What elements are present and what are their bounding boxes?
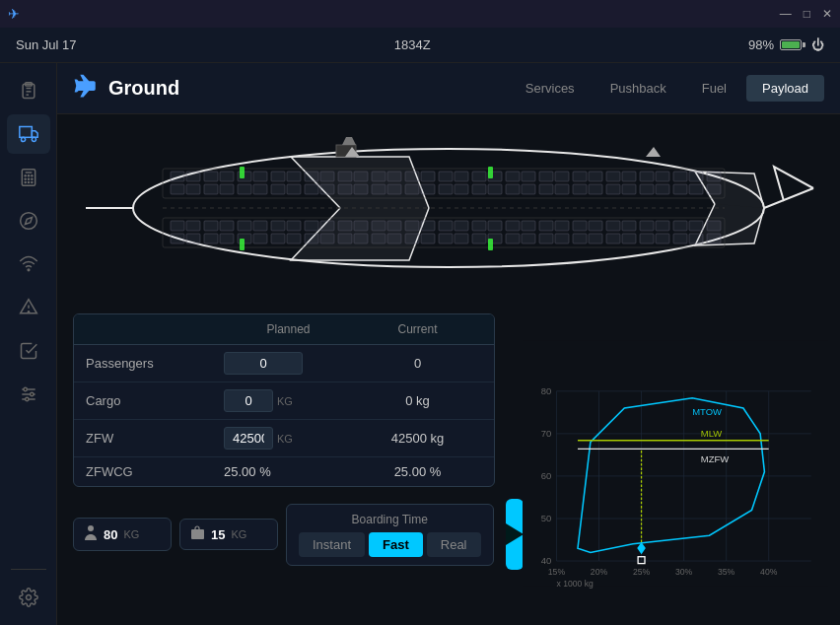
sidebar-item-clipboard[interactable] xyxy=(7,71,50,110)
svg-rect-94 xyxy=(622,184,636,194)
close-button[interactable]: ✕ xyxy=(822,7,832,21)
svg-rect-101 xyxy=(186,221,200,231)
svg-rect-121 xyxy=(522,221,535,231)
svg-rect-106 xyxy=(271,221,285,231)
svg-rect-118 xyxy=(472,221,486,231)
sidebar-item-truck[interactable] xyxy=(7,114,50,154)
svg-rect-89 xyxy=(539,184,553,194)
sidebar-item-checklist[interactable] xyxy=(7,331,50,371)
svg-rect-39 xyxy=(253,172,267,181)
svg-rect-160 xyxy=(622,234,636,243)
cargo-weight-info: 15 KG xyxy=(179,519,278,550)
sidebar-item-warning[interactable] xyxy=(7,288,50,327)
power-icon[interactable]: ⏻ xyxy=(811,37,824,52)
svg-text:x 1000 kg: x 1000 kg xyxy=(556,579,594,589)
svg-rect-79 xyxy=(372,184,385,194)
svg-rect-164 xyxy=(689,234,703,243)
boarding-fast-btn[interactable]: Fast xyxy=(369,532,423,557)
svg-rect-42 xyxy=(305,172,318,181)
payload-data-table: Planned Current Passengers 0 Cargo xyxy=(73,313,495,487)
svg-text:40%: 40% xyxy=(760,567,778,577)
svg-rect-128 xyxy=(640,221,654,231)
sidebar-item-controls[interactable] xyxy=(7,375,50,414)
tab-services[interactable]: Services xyxy=(510,75,591,102)
svg-rect-110 xyxy=(338,221,352,231)
svg-rect-66 xyxy=(707,172,721,181)
svg-rect-126 xyxy=(606,221,620,231)
svg-rect-140 xyxy=(287,234,301,243)
plane-icon xyxy=(73,73,99,104)
svg-rect-113 xyxy=(387,221,401,231)
svg-rect-176 xyxy=(191,529,204,539)
svg-text:60: 60 xyxy=(541,470,552,481)
svg-rect-60 xyxy=(606,172,620,181)
svg-rect-81 xyxy=(405,184,419,194)
row-label-zfw: ZFW xyxy=(86,431,224,446)
row-label-cargo: Cargo xyxy=(86,393,224,408)
cg-envelope-chart-panel: 40 50 60 70 80 15% 20% 25% 30% 35% 40% xyxy=(511,302,840,625)
svg-rect-56 xyxy=(539,172,553,181)
svg-rect-69 xyxy=(204,184,218,194)
tab-pushback[interactable]: Pushback xyxy=(595,75,682,102)
svg-rect-51 xyxy=(455,172,468,181)
svg-rect-116 xyxy=(439,221,453,231)
svg-rect-151 xyxy=(472,234,486,243)
svg-rect-162 xyxy=(656,234,669,243)
svg-text:20%: 20% xyxy=(591,567,608,577)
svg-rect-61 xyxy=(622,172,636,181)
svg-rect-127 xyxy=(622,221,636,231)
battery-pct: 98% xyxy=(748,37,774,52)
svg-rect-158 xyxy=(589,234,602,243)
zfw-current-val: 42500 kg xyxy=(353,431,482,446)
svg-rect-145 xyxy=(372,234,385,243)
svg-rect-87 xyxy=(506,184,520,194)
boarding-instant-btn[interactable]: Instant xyxy=(299,532,365,557)
svg-rect-161 xyxy=(640,234,654,243)
svg-rect-138 xyxy=(253,234,267,243)
svg-rect-36 xyxy=(204,172,218,181)
svg-rect-130 xyxy=(673,221,687,231)
svg-rect-111 xyxy=(354,221,368,231)
aircraft-svg xyxy=(64,117,833,300)
svg-rect-115 xyxy=(421,221,435,231)
cargo-planned-input[interactable] xyxy=(224,389,273,412)
svg-point-27 xyxy=(24,387,27,390)
minimize-button[interactable]: — xyxy=(780,7,792,21)
date-display: Sun Jul 17 xyxy=(16,37,76,52)
titlebar: ✈ — □ ✕ xyxy=(0,0,840,28)
svg-rect-57 xyxy=(555,172,569,181)
svg-rect-97 xyxy=(673,184,687,194)
maximize-button[interactable]: □ xyxy=(804,7,810,21)
svg-point-7 xyxy=(32,137,35,141)
svg-rect-144 xyxy=(354,234,368,243)
tab-fuel[interactable]: Fuel xyxy=(686,75,742,102)
svg-rect-119 xyxy=(488,221,502,231)
pax-weight-info: 80 KG xyxy=(73,518,172,551)
table-row-zfwcg: ZFWCG 25.00 % 25.00 % xyxy=(74,457,494,486)
cargo-planned-input-wrap: KG xyxy=(224,389,353,412)
boarding-real-btn[interactable]: Real xyxy=(427,532,481,557)
sidebar-item-settings[interactable] xyxy=(7,578,50,617)
svg-rect-108 xyxy=(305,221,318,231)
sidebar-item-compass[interactable] xyxy=(7,201,50,241)
table-row-zfw: ZFW KG 42500 kg xyxy=(74,420,494,457)
cargo-current-val: 0 kg xyxy=(353,393,482,408)
svg-rect-112 xyxy=(372,221,385,231)
zfw-planned-input-wrap: KG xyxy=(224,427,353,450)
svg-rect-105 xyxy=(253,221,267,231)
svg-rect-153 xyxy=(506,234,520,243)
zfw-planned-input[interactable] xyxy=(224,427,273,450)
cargo-weight-value: 15 xyxy=(211,527,225,542)
svg-point-21 xyxy=(28,269,30,271)
passengers-planned-input[interactable] xyxy=(224,352,303,375)
svg-rect-54 xyxy=(506,172,520,181)
svg-rect-92 xyxy=(589,184,602,194)
tab-payload[interactable]: Payload xyxy=(746,75,824,102)
svg-rect-46 xyxy=(372,172,385,181)
sidebar-item-signal[interactable] xyxy=(7,244,50,284)
sidebar-item-calculator[interactable] xyxy=(7,158,50,197)
svg-rect-129 xyxy=(656,221,669,231)
svg-point-28 xyxy=(30,392,33,395)
bottom-section: Planned Current Passengers 0 Cargo xyxy=(57,302,840,625)
col-planned: Planned xyxy=(224,322,353,336)
